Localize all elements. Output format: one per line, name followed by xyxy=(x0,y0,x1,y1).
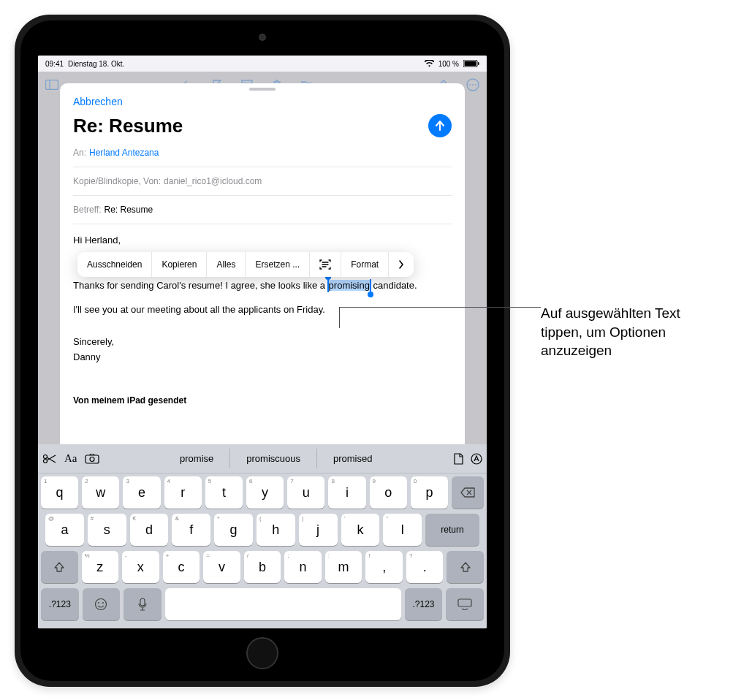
status-time: 09:41 xyxy=(45,60,64,68)
copy-button[interactable]: Kopieren xyxy=(152,252,207,277)
svg-point-11 xyxy=(44,459,48,463)
svg-rect-1 xyxy=(465,61,476,66)
svg-rect-2 xyxy=(478,62,479,65)
select-all-button[interactable]: Alles xyxy=(207,252,246,277)
compose-sheet: Abbrechen Re: Resume An: Herland Antezan… xyxy=(60,83,465,460)
status-bar: 09:41 Dienstag 18. Okt. 100 % xyxy=(38,56,487,72)
body-line1: Thanks for sending Carol's resume! I agr… xyxy=(73,278,452,293)
selected-text[interactable]: promising xyxy=(328,280,371,291)
key-e[interactable]: 3e xyxy=(123,476,160,509)
chevron-right-icon xyxy=(398,260,404,269)
undo-cut-icon[interactable] xyxy=(42,454,57,464)
key-g[interactable]: *g xyxy=(214,514,253,546)
emoji-key[interactable] xyxy=(83,588,121,620)
key-l[interactable]: "l xyxy=(383,514,422,546)
suggestion-1[interactable]: promise xyxy=(164,449,230,468)
key-y[interactable]: 6y xyxy=(246,476,284,509)
subject-label: Betreff: xyxy=(73,205,101,215)
subject-field[interactable]: Betreff: Re: Resume xyxy=(73,196,452,224)
svg-point-16 xyxy=(98,602,99,604)
key-n[interactable]: ;n xyxy=(284,551,322,583)
callout-text: Auf ausgewählten Text tippen, um Optione… xyxy=(541,304,723,360)
attachment-icon[interactable] xyxy=(453,453,463,465)
wifi-icon xyxy=(425,60,434,67)
dictation-key[interactable] xyxy=(124,588,162,620)
sheet-grabber[interactable] xyxy=(249,88,276,91)
message-body[interactable]: Ausschneiden Kopieren Alles Ersetzen ...… xyxy=(60,224,465,460)
key-x[interactable]: -x xyxy=(122,551,159,583)
body-greeting: Hi Herland, xyxy=(73,233,452,248)
key-i[interactable]: 8i xyxy=(328,476,365,509)
key-t[interactable]: 5t xyxy=(205,476,243,509)
body-closing2: Danny xyxy=(73,350,452,365)
scan-text-icon xyxy=(319,259,331,270)
battery-percent: 100 % xyxy=(438,60,459,68)
selection-end-handle[interactable] xyxy=(370,279,371,292)
key-f[interactable]: &f xyxy=(172,514,210,546)
callout-leader-line xyxy=(339,307,541,308)
status-date: Dienstag 18. Okt. xyxy=(68,60,124,68)
cc-field[interactable]: Kopie/Blindkopie, Von: daniel_rico1@iclo… xyxy=(73,167,452,196)
to-value: Herland Antezana xyxy=(89,148,159,158)
onscreen-keyboard: Aa promise promiscuous promised 1 xyxy=(38,444,487,628)
key-r[interactable]: 4r xyxy=(164,476,202,509)
key-d[interactable]: €d xyxy=(130,514,169,546)
shift-key-left[interactable] xyxy=(41,551,78,583)
menu-more-button[interactable] xyxy=(389,252,414,277)
backspace-key[interactable] xyxy=(452,476,484,509)
svg-point-15 xyxy=(96,599,107,610)
key-comma[interactable]: !, xyxy=(365,551,403,583)
selection-start-handle[interactable] xyxy=(327,279,329,292)
cancel-button[interactable]: Abbrechen xyxy=(73,96,123,107)
text-format-icon[interactable]: Aa xyxy=(64,452,77,465)
key-m[interactable]: :m xyxy=(325,551,362,583)
numbers-key-right[interactable]: .?123 xyxy=(405,588,443,620)
key-z[interactable]: %z xyxy=(82,551,119,583)
format-button[interactable]: Format xyxy=(341,252,389,277)
key-w[interactable]: 2w xyxy=(82,476,119,509)
key-v[interactable]: =v xyxy=(203,551,240,583)
hide-keyboard-key[interactable] xyxy=(446,588,484,620)
text-edit-menu: Ausschneiden Kopieren Alles Ersetzen ...… xyxy=(77,252,414,277)
cc-value: daniel_rico1@icloud.com xyxy=(164,176,262,186)
home-button[interactable] xyxy=(246,637,278,669)
front-camera xyxy=(259,34,266,41)
key-a[interactable]: @a xyxy=(45,514,84,546)
shift-icon xyxy=(53,561,65,573)
key-p[interactable]: 0p xyxy=(411,476,448,509)
sent-from-label: Von meinem iPad gesendet xyxy=(73,394,452,407)
key-u[interactable]: 7u xyxy=(287,476,324,509)
keyboard-hide-icon xyxy=(457,598,472,610)
shift-key-right[interactable] xyxy=(447,551,484,583)
camera-scan-icon[interactable] xyxy=(85,454,99,464)
device-inner: 09:41 Dienstag 18. Okt. 100 % xyxy=(20,20,504,681)
replace-button[interactable]: Ersetzen ... xyxy=(246,252,310,277)
space-key[interactable] xyxy=(165,588,401,620)
backspace-icon xyxy=(460,487,475,498)
key-q[interactable]: 1q xyxy=(41,476,78,509)
suggestion-3[interactable]: promised xyxy=(317,449,388,468)
cut-button[interactable]: Ausschneiden xyxy=(77,252,152,277)
key-c[interactable]: +c xyxy=(163,551,200,583)
send-button[interactable] xyxy=(428,114,452,137)
key-k[interactable]: 'k xyxy=(341,514,380,546)
markup-icon[interactable] xyxy=(471,453,482,465)
key-h[interactable]: (h xyxy=(257,514,295,546)
key-s[interactable]: #s xyxy=(88,514,126,546)
mic-icon xyxy=(138,598,147,611)
suggestion-words: promise promiscuous promised xyxy=(99,449,454,468)
svg-rect-19 xyxy=(458,599,471,606)
return-key[interactable]: return xyxy=(425,514,479,546)
body-closing1: Sincerely, xyxy=(73,335,452,349)
arrow-up-icon xyxy=(435,120,445,132)
svg-point-13 xyxy=(90,457,94,461)
svg-point-10 xyxy=(44,454,48,458)
key-j[interactable]: )j xyxy=(299,514,338,546)
key-b[interactable]: /b xyxy=(244,551,281,583)
scan-text-button[interactable] xyxy=(310,252,341,277)
key-period[interactable]: ?. xyxy=(406,551,444,583)
numbers-key[interactable]: .?123 xyxy=(41,588,79,620)
to-field[interactable]: An: Herland Antezana xyxy=(73,139,452,167)
key-o[interactable]: 9o xyxy=(370,476,407,509)
suggestion-2[interactable]: promiscuous xyxy=(230,449,317,468)
